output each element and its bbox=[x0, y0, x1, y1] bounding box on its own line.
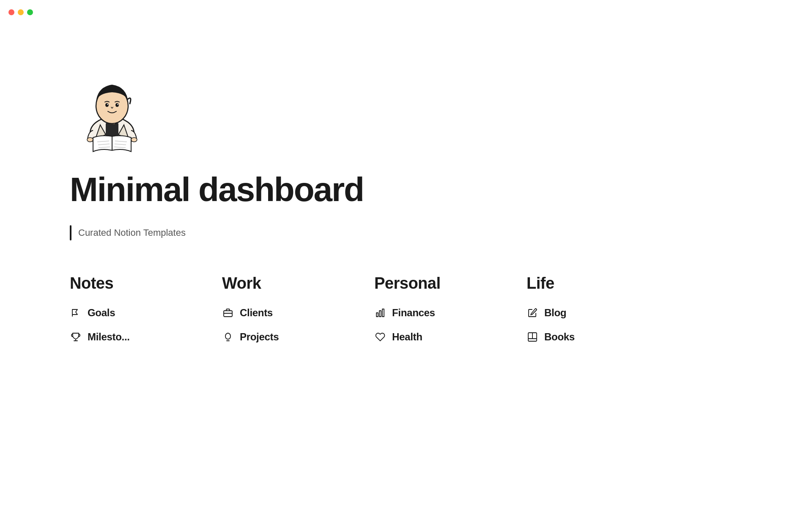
categories-grid: Notes Goals Milesto... Work Clie bbox=[70, 274, 592, 349]
nav-item-blog[interactable]: Blog bbox=[527, 301, 645, 325]
projects-label: Projects bbox=[240, 331, 279, 343]
svg-rect-17 bbox=[224, 311, 232, 317]
nav-item-finances[interactable]: Finances bbox=[374, 301, 493, 325]
book-icon bbox=[527, 332, 538, 342]
nav-item-projects[interactable]: Projects bbox=[222, 325, 340, 349]
nav-item-health[interactable]: Health bbox=[374, 325, 493, 349]
maximize-button[interactable] bbox=[27, 9, 33, 15]
svg-rect-21 bbox=[382, 309, 384, 317]
person-illustration bbox=[70, 68, 154, 152]
category-title-personal: Personal bbox=[374, 274, 493, 293]
lightbulb-icon bbox=[222, 332, 234, 342]
svg-point-5 bbox=[107, 104, 108, 105]
page-title: Minimal dashboard bbox=[70, 171, 592, 208]
svg-point-15 bbox=[87, 138, 93, 142]
flag-icon bbox=[70, 308, 82, 318]
nav-item-goals[interactable]: Goals bbox=[70, 301, 188, 325]
category-title-life: Life bbox=[527, 274, 645, 293]
category-notes: Notes Goals Milesto... bbox=[70, 274, 188, 349]
chart-icon bbox=[374, 308, 386, 318]
health-label: Health bbox=[392, 331, 422, 343]
category-work: Work Clients Projects bbox=[222, 274, 340, 349]
category-personal: Personal Finances Health bbox=[374, 274, 493, 349]
blog-label: Blog bbox=[544, 307, 566, 319]
finances-label: Finances bbox=[392, 307, 435, 319]
trophy-icon bbox=[70, 332, 82, 342]
svg-point-16 bbox=[131, 138, 137, 142]
svg-rect-20 bbox=[379, 311, 381, 317]
nav-item-milestones[interactable]: Milesto... bbox=[70, 325, 188, 349]
category-title-notes: Notes bbox=[70, 274, 188, 293]
minimize-button[interactable] bbox=[18, 9, 24, 15]
category-life: Life Blog Books bbox=[527, 274, 645, 349]
svg-point-4 bbox=[105, 103, 109, 107]
svg-point-6 bbox=[115, 103, 119, 107]
heart-icon bbox=[374, 332, 386, 342]
nav-item-books[interactable]: Books bbox=[527, 325, 645, 349]
svg-rect-1 bbox=[106, 123, 118, 138]
svg-point-7 bbox=[117, 104, 118, 105]
svg-rect-19 bbox=[376, 313, 378, 317]
clients-label: Clients bbox=[240, 307, 273, 319]
edit-icon bbox=[527, 308, 538, 318]
books-label: Books bbox=[544, 331, 575, 343]
category-title-work: Work bbox=[222, 274, 340, 293]
quote-bar bbox=[70, 225, 71, 240]
illustration-area bbox=[70, 68, 592, 154]
milestones-label: Milesto... bbox=[88, 331, 130, 343]
nav-item-clients[interactable]: Clients bbox=[222, 301, 340, 325]
main-content: Minimal dashboard Curated Notion Templat… bbox=[0, 0, 592, 383]
goals-label: Goals bbox=[88, 307, 115, 319]
subtitle-container: Curated Notion Templates bbox=[70, 225, 592, 240]
close-button[interactable] bbox=[8, 9, 14, 15]
traffic-lights bbox=[8, 9, 33, 15]
page-subtitle: Curated Notion Templates bbox=[78, 227, 186, 238]
briefcase-icon bbox=[222, 308, 234, 318]
